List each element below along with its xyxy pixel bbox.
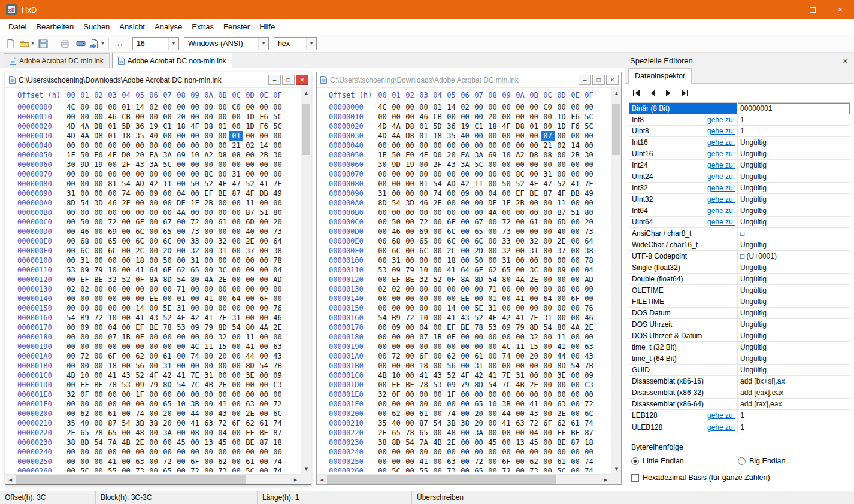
hex-byte[interactable]: 00 (92, 447, 105, 457)
hex-byte[interactable]: 40 (147, 131, 160, 141)
hex-byte[interactable]: 4A (202, 275, 216, 284)
inspector-row[interactable]: Int24gehe zu:Ungültig (629, 160, 850, 171)
hex-byte[interactable]: 00 (375, 409, 389, 418)
hex-byte[interactable]: 5C (160, 160, 174, 169)
hex-byte[interactable]: 4B (375, 371, 389, 380)
panel-splitter[interactable] (624, 53, 626, 491)
hex-byte[interactable]: 62 (78, 409, 92, 418)
hex-byte[interactable]: 00 (568, 160, 582, 169)
hex-byte[interactable]: 07 (417, 332, 431, 342)
hex-byte[interactable]: 00 (188, 447, 202, 457)
minimize-button[interactable] (771, 0, 799, 19)
tab-dateninspektor[interactable]: Dateninspektor (628, 68, 692, 84)
hex-byte[interactable]: 7E (527, 313, 541, 323)
hex-byte[interactable]: 00 (188, 438, 202, 447)
hex-byte[interactable]: 71 (174, 284, 188, 294)
hex-byte[interactable]: 00 (174, 141, 188, 150)
hex-byte[interactable]: 7E (271, 179, 284, 189)
hex-byte[interactable]: 00 (257, 313, 271, 323)
hex-byte[interactable]: 00 (499, 332, 513, 342)
menu-item-ansicht[interactable]: Ansicht (114, 19, 150, 35)
hex-byte[interactable]: 00 (160, 294, 174, 303)
hex-byte[interactable]: 00 (458, 198, 472, 208)
hex-byte[interactable]: 04 (105, 323, 119, 332)
menu-item-hilfe[interactable]: Hilfe (255, 19, 280, 35)
hex-byte[interactable]: 2F (119, 160, 133, 169)
hex-byte[interactable]: 6C (160, 236, 174, 246)
hex-byte[interactable]: F6 (568, 112, 582, 122)
hex-byte[interactable]: 00 (444, 447, 458, 457)
hex-byte[interactable]: 4F (417, 150, 431, 160)
hex-byte[interactable]: 00 (458, 399, 472, 409)
hex-byte[interactable]: 00 (431, 361, 444, 371)
hex-byte[interactable]: 6C (444, 236, 458, 246)
hex-byte[interactable]: 45 (216, 438, 229, 447)
menu-item-datei[interactable]: Datei (4, 19, 31, 35)
hex-byte[interactable]: 02 (64, 284, 78, 294)
hex-byte[interactable]: 0F (389, 390, 403, 399)
hex-byte[interactable]: 00 (568, 447, 582, 457)
hex-byte[interactable]: 7B (582, 361, 596, 371)
hex-byte[interactable]: 13 (202, 438, 216, 447)
hex-byte[interactable]: 00 (105, 447, 119, 457)
hex-byte[interactable]: 00 (444, 189, 458, 198)
hex-byte[interactable]: 00 (257, 284, 271, 294)
hex-byte[interactable]: 87 (582, 428, 596, 438)
radio-little-endian[interactable]: Little Endian (631, 457, 738, 465)
hex-byte[interactable]: 00 (458, 303, 472, 313)
hex-byte[interactable]: 00 (119, 323, 133, 332)
hex-byte[interactable]: 20 (133, 150, 147, 160)
hex-byte[interactable]: 2E (527, 380, 541, 390)
hex-byte[interactable]: 45 (486, 438, 499, 447)
hex-byte[interactable]: 00 (527, 112, 541, 122)
hex-byte[interactable]: 41 (417, 371, 431, 380)
hex-byte[interactable]: 00 (243, 313, 257, 323)
hex-byte[interactable]: 00 (444, 141, 458, 150)
hex-byte[interactable]: 00 (541, 351, 555, 361)
hex-byte[interactable]: 00 (403, 236, 417, 246)
hex-byte[interactable]: 45 (527, 438, 541, 447)
chevron-down-icon[interactable]: ▼ (168, 38, 178, 50)
hex-byte[interactable]: 00 (202, 217, 216, 227)
inspector-row[interactable]: Int32gehe zu:Ungültig (629, 183, 850, 194)
hex-byte[interactable]: 00 (375, 112, 389, 122)
hex-byte[interactable]: 63 (133, 457, 147, 466)
hex-byte[interactable]: 00 (78, 399, 92, 409)
hex-byte[interactable]: 00 (229, 390, 243, 399)
hex-byte[interactable]: 6C (105, 246, 119, 256)
hex-byte[interactable]: 00 (375, 342, 389, 351)
hex-byte[interactable]: 00 (486, 179, 499, 189)
hex-byte[interactable]: 00 (174, 351, 188, 361)
hex-byte[interactable]: 00 (444, 399, 458, 409)
hex-byte[interactable]: 00 (105, 141, 119, 150)
hex-byte[interactable]: F6 (568, 122, 582, 131)
goto-link[interactable]: gehe zu: (707, 411, 735, 420)
hex-byte[interactable]: 78 (582, 256, 596, 265)
hex-byte[interactable]: 3B (188, 399, 202, 409)
hex-byte[interactable]: 61 (555, 457, 568, 466)
hex-byte[interactable]: 54 (568, 361, 582, 371)
hex-byte[interactable]: 00 (513, 160, 527, 169)
hex-byte[interactable]: 00 (64, 399, 78, 409)
hex-byte[interactable]: 00 (458, 208, 472, 217)
hex-byte[interactable]: 65 (78, 428, 92, 438)
hex-byte[interactable]: F6 (257, 122, 271, 131)
hex-byte[interactable]: 11 (160, 179, 174, 189)
hex-byte[interactable]: 00 (229, 256, 243, 265)
hex-byte[interactable]: 00 (64, 256, 78, 265)
hex-byte[interactable]: 2E (64, 428, 78, 438)
hex-byte[interactable]: 00 (188, 208, 202, 217)
hex-byte[interactable]: 50 (499, 179, 513, 189)
hex-byte[interactable]: 31 (375, 189, 389, 198)
hex-byte[interactable]: 41 (555, 342, 568, 351)
hex-byte[interactable]: 21 (541, 141, 555, 150)
hex-byte[interactable]: 8D (527, 323, 541, 332)
hex-byte[interactable]: 00 (513, 457, 527, 466)
hex-byte[interactable]: 80 (188, 275, 202, 284)
hex-byte[interactable]: 04 (527, 428, 541, 438)
hex-byte[interactable]: 44 (188, 409, 202, 418)
hex-byte[interactable]: 74 (582, 457, 596, 466)
hex-byte[interactable]: 00 (375, 208, 389, 217)
hex-byte[interactable]: EF (513, 189, 527, 198)
hex-byte[interactable]: 00 (119, 256, 133, 265)
